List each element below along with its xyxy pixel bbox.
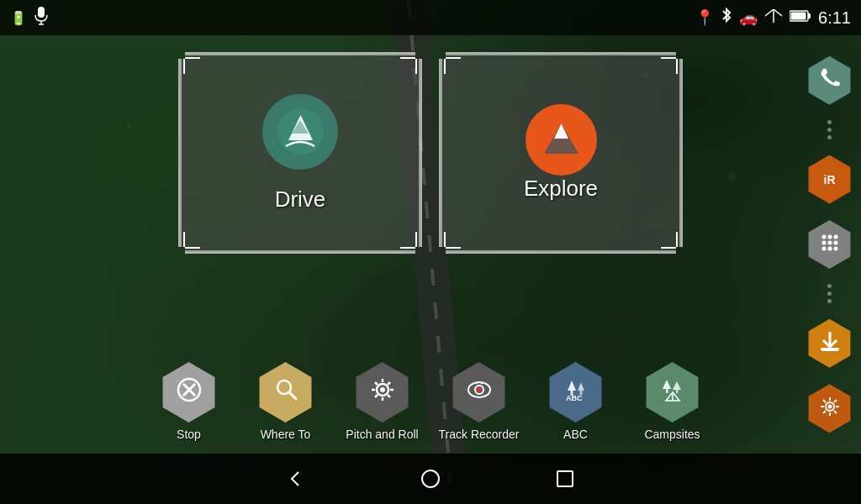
- svg-line-24: [388, 395, 390, 397]
- campsites-label: Campsites: [644, 428, 700, 441]
- svg-marker-30: [568, 381, 576, 391]
- corner-br: [400, 232, 417, 249]
- dots-hex: [806, 220, 854, 269]
- corner-tl: [183, 57, 200, 74]
- download-hex: [806, 319, 854, 368]
- track-recorder-button[interactable]: Track Recorder: [437, 362, 521, 441]
- stop-icon: [159, 362, 219, 423]
- track-recorder-icon: [449, 362, 510, 423]
- battery-icon: [790, 10, 811, 25]
- ir-sidebar-button[interactable]: iR: [805, 155, 855, 205]
- svg-text:ABC: ABC: [566, 394, 583, 402]
- svg-point-44: [821, 240, 826, 244]
- dot-6: [827, 299, 832, 303]
- svg-marker-9: [292, 120, 309, 134]
- abc-icon: ABC: [546, 362, 606, 423]
- svg-point-42: [827, 234, 832, 239]
- dot-3: [827, 135, 832, 139]
- svg-line-61: [834, 400, 837, 402]
- where-to-label: Where To: [261, 428, 311, 441]
- svg-point-48: [827, 246, 832, 250]
- drive-card[interactable]: Drive: [178, 52, 422, 254]
- location-icon: 📍: [695, 8, 714, 27]
- dot-4: [827, 284, 832, 288]
- explore-card[interactable]: Explore: [439, 52, 683, 254]
- svg-rect-64: [557, 471, 573, 486]
- drive-icon: [262, 94, 338, 170]
- svg-rect-52: [821, 348, 839, 350]
- campsites-icon: [642, 362, 703, 423]
- svg-point-7: [277, 108, 324, 155]
- svg-point-41: [821, 234, 826, 239]
- phone-sidebar-button[interactable]: [805, 55, 855, 106]
- status-bar: 🔋 📍 🚗: [0, 0, 861, 35]
- sidebar-divider-1: [827, 120, 832, 139]
- right-sidebar: iR: [798, 35, 861, 454]
- campsites-button[interactable]: Campsites: [631, 362, 715, 441]
- svg-point-43: [833, 234, 837, 239]
- corner-bl: [183, 232, 200, 249]
- svg-line-59: [823, 400, 826, 402]
- where-to-button[interactable]: Where To: [244, 362, 328, 441]
- svg-point-54: [827, 405, 832, 409]
- svg-point-63: [422, 470, 439, 487]
- svg-marker-37: [673, 381, 681, 390]
- dot-1: [827, 120, 832, 124]
- pitch-roll-label: Pitch and Roll: [346, 428, 418, 441]
- pitch-and-roll-button[interactable]: Pitch and Roll: [341, 362, 425, 441]
- status-left-icons: 🔋: [10, 7, 49, 29]
- svg-point-46: [833, 240, 837, 244]
- dot-2: [827, 128, 832, 132]
- svg-marker-8: [288, 115, 313, 140]
- svg-line-60: [834, 411, 837, 413]
- corner-br: [661, 232, 678, 249]
- where-to-icon: [256, 362, 316, 423]
- svg-point-47: [821, 246, 826, 250]
- explore-label: Explore: [524, 176, 598, 202]
- svg-line-16: [289, 392, 296, 399]
- bottom-dock: Stop Where To: [8, 358, 853, 445]
- svg-point-18: [380, 387, 385, 392]
- drive-label: Drive: [275, 186, 326, 213]
- status-time: 6:11: [818, 8, 851, 28]
- svg-line-26: [375, 395, 378, 397]
- back-button[interactable]: [279, 462, 313, 496]
- ir-hex: iR: [806, 155, 854, 204]
- home-button[interactable]: [414, 462, 447, 496]
- svg-marker-10: [544, 123, 578, 154]
- sidebar-divider-2: [827, 284, 832, 303]
- svg-point-45: [827, 240, 832, 244]
- svg-point-49: [833, 246, 837, 250]
- nav-bar: [0, 454, 861, 504]
- stop-button[interactable]: Stop: [147, 362, 231, 441]
- phone-hex: [806, 56, 854, 105]
- svg-rect-36: [666, 389, 668, 393]
- corner-tr: [661, 57, 678, 74]
- car-icon: 🚗: [739, 8, 758, 27]
- battery-icon-left: 🔋: [10, 10, 27, 26]
- svg-rect-38: [676, 390, 679, 393]
- track-recorder-label: Track Recorder: [439, 428, 520, 441]
- settings-hex: [806, 384, 854, 433]
- abc-button[interactable]: ABC ABC: [534, 362, 618, 441]
- status-right-icons: 📍 🚗 6:11: [695, 8, 851, 28]
- explore-icon: [526, 104, 597, 176]
- svg-line-25: [388, 382, 390, 385]
- settings-sidebar-button[interactable]: [805, 383, 855, 433]
- recents-button[interactable]: [548, 462, 582, 496]
- svg-point-29: [477, 387, 482, 392]
- abc-label: ABC: [563, 428, 588, 441]
- svg-rect-6: [791, 13, 806, 20]
- dots-grid-sidebar-button[interactable]: [805, 219, 855, 270]
- corner-tl: [444, 57, 461, 74]
- main-area: Drive Explore: [0, 35, 861, 454]
- download-sidebar-button[interactable]: [805, 318, 855, 369]
- svg-line-23: [375, 382, 378, 385]
- ir-label: iR: [824, 173, 836, 186]
- svg-marker-32: [578, 382, 584, 391]
- corner-tr: [400, 57, 417, 74]
- pitch-roll-icon: [352, 362, 413, 423]
- svg-marker-11: [554, 123, 568, 139]
- microphone-icon: [34, 7, 49, 29]
- wifi-icon: [764, 9, 783, 26]
